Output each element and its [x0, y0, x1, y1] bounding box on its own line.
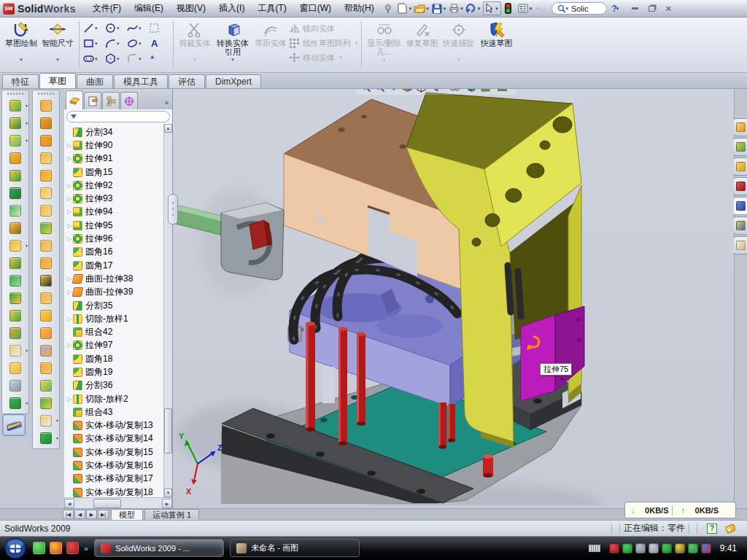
expand-arrow-icon[interactable]: ▷: [66, 396, 73, 402]
feature-tree-item[interactable]: ▷曲面-拉伸39: [66, 286, 172, 299]
close-button[interactable]: ×: [661, 3, 676, 15]
display-delete-relations-dropdown[interactable]: ▾: [383, 57, 386, 63]
feature-tree-item[interactable]: 圆角16: [66, 246, 172, 259]
expand-arrow-icon[interactable]: ▷: [66, 236, 73, 242]
expand-arrow-icon[interactable]: ▷: [66, 316, 73, 322]
tray-system-update-icon[interactable]: [635, 543, 646, 553]
minimize-button[interactable]: [627, 3, 642, 15]
vertical-scroll-thumb[interactable]: [164, 408, 172, 454]
next-tab-button[interactable]: ▶: [86, 510, 97, 519]
boundary-cut-button[interactable]: [33, 167, 59, 184]
measure-button[interactable]: [2, 414, 26, 436]
menu-item[interactable]: 帮助(H): [338, 0, 381, 17]
convert-entities-dropdown[interactable]: ▾: [231, 57, 234, 63]
scroll-up-arrow[interactable]: ▲: [164, 124, 172, 133]
reference-geometry-dropdown[interactable]: ▾: [56, 418, 58, 423]
quick-launch-solidworks-icon[interactable]: [66, 542, 79, 554]
select-tool-button[interactable]: ▾: [483, 1, 501, 15]
trim-entities-button[interactable]: 剪裁实体 ▾: [177, 20, 212, 63]
rapid-sketch-button[interactable]: 快速草图 ▾: [478, 20, 516, 63]
spline-tool[interactable]: ▾: [126, 22, 148, 34]
quick-snaps-dropdown[interactable]: ▾: [457, 57, 460, 63]
tray-volume-icon[interactable]: [649, 543, 659, 553]
panel-splitter[interactable]: ‹‹‹: [168, 194, 178, 225]
delete-face-button[interactable]: [33, 272, 59, 289]
smart-dimension-dropdown[interactable]: ▾: [56, 57, 59, 63]
reference-axis-dropdown[interactable]: ▾: [26, 348, 28, 353]
rib-button[interactable]: [2, 254, 28, 272]
fillet-dropdown[interactable]: ▾: [26, 138, 28, 143]
edit-appearance-icon[interactable]: [466, 89, 477, 93]
new-document-dropdown[interactable]: ▾: [409, 6, 412, 12]
tree-vertical-scrollbar[interactable]: ▲ ▼: [163, 124, 172, 497]
quick-tips-icon[interactable]: ?: [707, 524, 717, 534]
options-icon[interactable]: [516, 2, 530, 15]
swept-boss-button[interactable]: [2, 149, 28, 167]
taskbar-window-button[interactable]: SolidWorks 2009 - ...: [94, 539, 224, 557]
extruded-boss-button[interactable]: ▾: [2, 97, 28, 114]
open-document-dropdown[interactable]: ▾: [426, 6, 429, 12]
lofted-boss-button[interactable]: [2, 167, 28, 184]
move-entities-dropdown[interactable]: ▾: [339, 55, 342, 61]
panel-tabs-overflow[interactable]: »: [164, 98, 171, 109]
move-entities-button[interactable]: 移动实体 ▾: [289, 50, 358, 65]
draft-button[interactable]: [2, 272, 28, 289]
trim-surface-button[interactable]: [33, 342, 59, 359]
feature-tree-item[interactable]: 实体-移动/复制13: [66, 419, 172, 432]
pin-icon[interactable]: [382, 2, 395, 15]
feature-tree-item[interactable]: ▷切除-放样2: [66, 392, 172, 405]
tree-horizontal-scrollbar[interactable]: ◀ ▶: [64, 497, 172, 508]
display-style-dropdown[interactable]: ▾: [444, 89, 446, 90]
extruded-cut-dropdown[interactable]: ▾: [26, 120, 28, 125]
linear-pattern-dropdown[interactable]: ▾: [26, 243, 28, 248]
linear-sketch-pattern-button[interactable]: 线性草图阵列 ▾: [289, 36, 358, 50]
section-view-icon[interactable]: [402, 89, 413, 93]
feature-tree-item[interactable]: 实体-移动/复制16: [66, 459, 172, 472]
tray-warning-icon[interactable]: [675, 543, 685, 553]
scroll-down-arrow[interactable]: ▼: [164, 489, 172, 497]
feature-tree-item[interactable]: ▷拉伸93: [66, 192, 172, 205]
apply-scene-dropdown[interactable]: ▾: [492, 89, 494, 90]
extruded-cut-button[interactable]: ▾: [2, 114, 28, 132]
feature-tree-item[interactable]: ▷切除-放样1: [66, 312, 172, 325]
last-tab-button[interactable]: ▶|: [98, 510, 109, 519]
extruded-boss-dropdown[interactable]: ▾: [26, 103, 28, 108]
reference-point-button[interactable]: [2, 377, 28, 394]
tray-antivirus-icon[interactable]: [622, 543, 632, 553]
task-pane-tab-appearances-scenes[interactable]: [733, 217, 747, 235]
linear-pattern-button[interactable]: ▾: [2, 237, 28, 254]
circle-tool[interactable]: ▾: [104, 22, 126, 34]
restore-button[interactable]: [644, 3, 659, 15]
replace-face-button[interactable]: [33, 289, 59, 307]
quick-snaps-button[interactable]: 快速捕捉 ▾: [441, 20, 476, 63]
command-tab[interactable]: 草图: [39, 73, 76, 88]
new-document-icon[interactable]: [396, 2, 409, 15]
search-scope-dropdown[interactable]: ▾: [565, 6, 568, 12]
feature-tree-item[interactable]: ▷曲面-拉伸38: [66, 272, 172, 285]
trim-entities-dropdown[interactable]: ▾: [193, 57, 196, 63]
feature-tree-item[interactable]: 实体-移动/复制14: [66, 432, 172, 446]
view-settings-icon[interactable]: ▾: [497, 89, 511, 93]
planar-surface-button[interactable]: [33, 202, 59, 219]
first-tab-button[interactable]: |◀: [63, 510, 74, 519]
task-pane-tab-view-palette[interactable]: [733, 197, 747, 215]
tray-graphics-icon[interactable]: [662, 543, 672, 553]
feature-tree-item[interactable]: 组合42: [66, 325, 172, 338]
undo-icon[interactable]: [465, 2, 478, 15]
display-delete-relations-button[interactable]: 显示/删除几... ▾: [365, 20, 403, 63]
quick-launch-media-icon[interactable]: [50, 542, 62, 554]
reference-geometry-button[interactable]: ▾: [33, 412, 59, 429]
scroll-right-arrow[interactable]: ▶: [162, 499, 172, 508]
input-method-icon[interactable]: [589, 545, 600, 552]
slot-tool[interactable]: ▾: [82, 52, 104, 65]
line-tool[interactable]: ▾: [82, 22, 104, 34]
prev-tab-button[interactable]: ◀: [74, 510, 85, 519]
move-body-button[interactable]: [2, 324, 28, 342]
selection-box-tool[interactable]: [148, 22, 170, 34]
text-tool[interactable]: A: [148, 37, 170, 50]
tree-filter-input[interactable]: [66, 111, 170, 122]
feature-tree-item[interactable]: ▷拉伸90: [66, 139, 172, 152]
expand-arrow-icon[interactable]: ▷: [66, 182, 73, 189]
reference-plane-button[interactable]: [2, 359, 28, 377]
start-button[interactable]: [4, 537, 26, 559]
